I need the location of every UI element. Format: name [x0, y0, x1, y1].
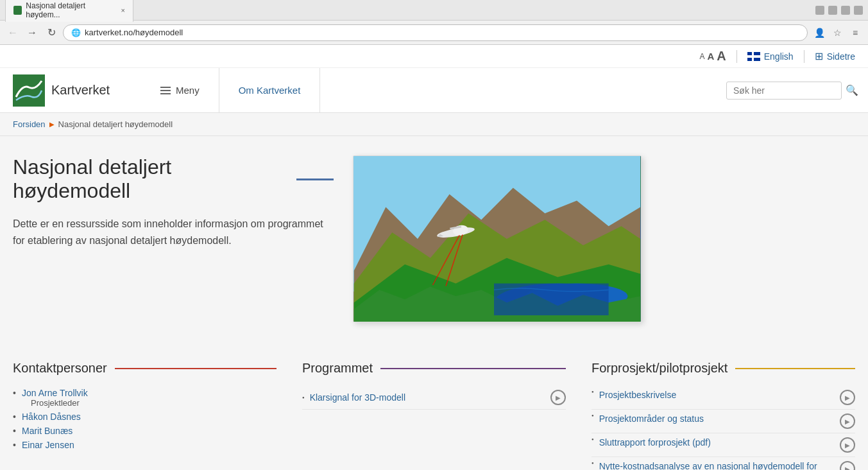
- program-link-klarsignal[interactable]: Klarsignal for 3D-modell: [310, 392, 405, 403]
- forprosjekt-title: Forprosjekt/pilotprosjekt: [591, 361, 855, 376]
- om-label: Om Kartverket: [239, 85, 301, 96]
- minimize-button[interactable]: [815, 6, 824, 15]
- list-item: ● Nytte-kostnadsanalyse av en nasjonal h…: [591, 457, 855, 470]
- forpro-link-sluttrapport[interactable]: Sluttrapport forprosjekt (pdf): [599, 437, 711, 448]
- english-link[interactable]: English: [747, 51, 794, 62]
- site-header: Kartverket Meny Om Kartverket 🔍: [0, 68, 868, 113]
- forpro-link-prosjektbeskrivelse[interactable]: Prosjektbeskrivelse: [599, 390, 677, 400]
- toolbar-icons: 👤 ☆ ≡: [812, 25, 863, 40]
- om-kartverket-link[interactable]: Om Kartverket: [219, 68, 321, 112]
- utility-bar: A A A English ⊞ Sidetre: [0, 45, 868, 68]
- arrow-circle-icon[interactable]: ▶: [550, 390, 566, 405]
- forprosjekt-section: Forprosjekt/pilotprosjekt ● Prosjektbesk…: [591, 361, 855, 470]
- forward-button[interactable]: →: [24, 25, 40, 40]
- programmet-title: Programmet: [302, 361, 566, 376]
- bullet-icon: ●: [302, 396, 305, 399]
- search-area: 🔍: [717, 68, 868, 112]
- page-wrapper: A A A English ⊞ Sidetre Kartverket: [0, 45, 868, 470]
- tab-close-button[interactable]: ×: [121, 6, 125, 14]
- forprosjekt-list: ● Prosjektbeskrivelse ▶ ● Prosjektområde…: [591, 386, 855, 470]
- back-button[interactable]: ←: [5, 25, 21, 40]
- font-size-large[interactable]: A: [717, 49, 726, 64]
- terrain-illustration: [353, 156, 641, 322]
- kontaktpersoner-title: Kontaktpersoner: [13, 361, 277, 376]
- contact-subtitle-trollvik: Prosjektleder: [22, 398, 277, 408]
- contact-list: Jon Arne Trollvik Prosjektleder Håkon Då…: [13, 386, 277, 452]
- main-content: Nasjonal detaljert høydemodell Dette er …: [0, 136, 868, 470]
- sections-row: Kontaktpersoner Jon Arne Trollvik Prosje…: [13, 348, 855, 470]
- refresh-button[interactable]: ↻: [44, 25, 59, 40]
- font-size-small[interactable]: A: [699, 52, 704, 61]
- contact-link-dasnes[interactable]: Håkon Dåsnes: [22, 412, 81, 422]
- browser-titlebar: Nasjonal detaljert høydem... ×: [0, 0, 868, 21]
- list-item: Jon Arne Trollvik Prosjektleder: [13, 386, 277, 410]
- list-item: Einar Jensen: [13, 438, 277, 452]
- logo-text: Kartverket: [51, 83, 110, 98]
- list-item: ● Prosjektbeskrivelse ▶: [591, 386, 855, 410]
- forpro-link-prosjektomrader[interactable]: Prosjektområder og status: [599, 413, 704, 424]
- sidetre-link[interactable]: ⊞ Sidetre: [815, 50, 855, 62]
- menu-label: Meny: [176, 85, 200, 96]
- menu-icon[interactable]: ≡: [847, 25, 863, 40]
- address-bar[interactable]: 🌐 kartverket.no/høydemodell: [63, 24, 808, 41]
- bullet-icon: ●: [591, 390, 594, 394]
- page-hero: Nasjonal detaljert høydemodell Dette er …: [13, 155, 855, 322]
- breadcrumb: Forsiden ▶ Nasjonal detaljert høydemodel…: [0, 113, 868, 136]
- title-decoration-line: [296, 178, 334, 180]
- profile-icon[interactable]: 👤: [812, 25, 827, 40]
- svg-rect-0: [13, 74, 45, 107]
- program-list: ● Klarsignal for 3D-modell ▶: [302, 386, 566, 410]
- maximize-button[interactable]: [828, 6, 837, 15]
- browser-tab[interactable]: Nasjonal detaljert høydem... ×: [5, 0, 133, 22]
- list-item: ● Klarsignal for 3D-modell ▶: [302, 386, 566, 410]
- logo-area: Kartverket: [0, 68, 141, 112]
- sidetre-label: Sidetre: [827, 51, 855, 62]
- logo-svg: [13, 74, 45, 107]
- list-item: Marit Bunæs: [13, 424, 277, 438]
- arrow-circle-icon[interactable]: ▶: [840, 413, 855, 429]
- breadcrumb-separator: ▶: [49, 121, 55, 128]
- bullet-icon: ●: [591, 437, 594, 441]
- sidetre-icon: ⊞: [815, 50, 823, 62]
- hamburger-icon: [160, 87, 171, 94]
- arrow-circle-icon[interactable]: ▶: [840, 390, 855, 405]
- breadcrumb-current: Nasjonal detaljert høydemodell: [58, 119, 173, 129]
- contact-link-trollvik[interactable]: Jon Arne Trollvik: [22, 388, 88, 398]
- forpro-link-nytte-analyse[interactable]: Nytte-kostnadsanalyse av en nasjonal høy…: [599, 461, 835, 470]
- hero-description: Dette er en ressursside som inneholder i…: [13, 216, 334, 248]
- section-title-line-yellow: [735, 368, 855, 369]
- programmet-section: Programmet ● Klarsignal for 3D-modell ▶: [302, 361, 566, 470]
- menu-button[interactable]: Meny: [141, 68, 219, 112]
- search-input[interactable]: [726, 82, 842, 100]
- page-title: Nasjonal detaljert høydemodell: [13, 155, 334, 203]
- list-item: ● Sluttrapport forprosjekt (pdf) ▶: [591, 433, 855, 457]
- bullet-icon: ●: [591, 461, 594, 465]
- kontaktpersoner-section: Kontaktpersoner Jon Arne Trollvik Prosje…: [13, 361, 277, 470]
- tab-favicon: [13, 6, 22, 15]
- hero-text: Nasjonal detaljert høydemodell Dette er …: [13, 155, 334, 248]
- window-controls: [815, 6, 863, 15]
- restore-button[interactable]: [841, 6, 850, 15]
- star-icon[interactable]: ☆: [830, 25, 845, 40]
- font-size-controls: A A A: [699, 49, 726, 64]
- contact-link-bunas[interactable]: Marit Bunæs: [22, 426, 72, 436]
- font-size-medium[interactable]: A: [707, 51, 714, 62]
- address-text: kartverket.no/høydemodell: [85, 28, 183, 37]
- main-nav: Meny Om Kartverket: [141, 68, 320, 112]
- contact-link-jensen[interactable]: Einar Jensen: [22, 440, 74, 450]
- section-title-line-red: [115, 368, 277, 369]
- section-title-line-purple: [380, 368, 566, 369]
- english-label: English: [764, 51, 794, 62]
- bullet-icon: ●: [591, 413, 594, 417]
- arrow-circle-icon[interactable]: ▶: [840, 437, 855, 453]
- breadcrumb-home[interactable]: Forsiden: [13, 119, 46, 129]
- browser-chrome: Nasjonal detaljert høydem... × ← → ↻ 🌐 k…: [0, 0, 868, 45]
- list-item: Håkon Dåsnes: [13, 410, 277, 424]
- tab-title: Nasjonal detaljert høydem...: [26, 1, 117, 19]
- close-button[interactable]: [854, 6, 863, 15]
- arrow-circle-icon[interactable]: ▶: [840, 461, 855, 470]
- search-button[interactable]: 🔍: [846, 84, 858, 96]
- utility-divider2: [804, 50, 804, 63]
- list-item: ● Prosjektområder og status ▶: [591, 410, 855, 433]
- browser-toolbar: ← → ↻ 🌐 kartverket.no/høydemodell 👤 ☆ ≡: [0, 21, 868, 45]
